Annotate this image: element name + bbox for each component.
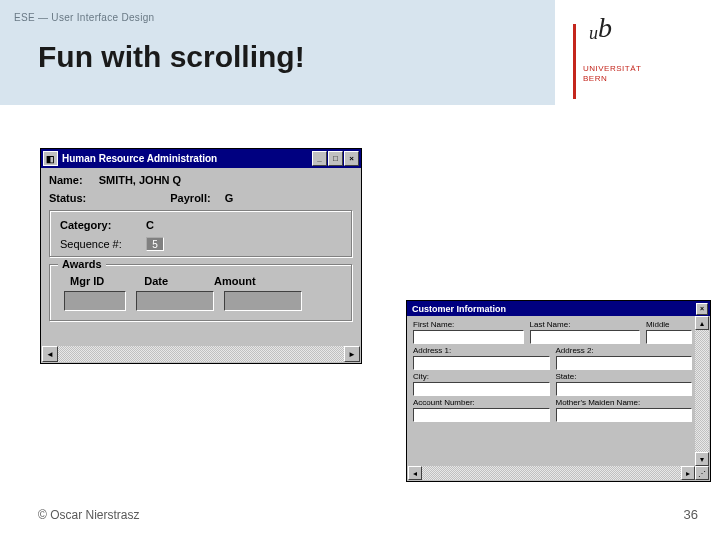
col-amount: Amount <box>214 275 256 287</box>
category-label: Category: <box>60 219 146 231</box>
middle-label: Middle <box>646 320 692 329</box>
scroll-track-h[interactable] <box>422 466 681 480</box>
account-label: Account Number: <box>413 398 550 407</box>
middle-input[interactable] <box>646 330 692 344</box>
customer-info-window: Customer Information × First Name: Last … <box>406 300 711 482</box>
sequence-field[interactable]: 5 <box>146 237 164 251</box>
logo-mark: ub <box>589 12 612 44</box>
size-grip-icon[interactable]: ⋰ <box>695 466 709 480</box>
address1-input[interactable] <box>413 356 550 370</box>
titlebar[interactable]: ◧ Human Resource Administration _ □ × <box>41 149 361 168</box>
university-logo: ub UNIVERSITÄT BERN <box>555 0 720 105</box>
scroll-up-icon[interactable]: ▴ <box>695 316 709 330</box>
state-input[interactable] <box>556 382 693 396</box>
payroll-label: Payroll: <box>170 192 210 204</box>
address2-label: Address 2: <box>556 346 693 355</box>
logo-text: UNIVERSITÄT BERN <box>583 64 641 85</box>
scroll-track[interactable] <box>58 346 344 362</box>
awards-group: Awards Mgr ID Date Amount <box>49 264 353 322</box>
scroll-left-icon[interactable]: ◂ <box>408 466 422 480</box>
category-value: C <box>146 219 154 231</box>
scroll-down-icon[interactable]: ▾ <box>695 452 709 466</box>
awards-legend: Awards <box>58 258 106 270</box>
close-button[interactable]: × <box>696 303 708 315</box>
course-label: ESE — User Interface Design <box>14 12 154 23</box>
mgr-input[interactable] <box>64 291 126 311</box>
name-label: Name: <box>49 174 83 186</box>
first-name-input[interactable] <box>413 330 524 344</box>
scroll-right-icon[interactable]: ► <box>344 346 360 362</box>
scroll-track-v[interactable] <box>695 330 709 452</box>
hr-admin-window: ◧ Human Resource Administration _ □ × Na… <box>40 148 362 364</box>
col-mgr: Mgr ID <box>70 275 104 287</box>
form-body: First Name: Last Name: Middle Address 1:… <box>407 316 710 428</box>
last-name-label: Last Name: <box>530 320 641 329</box>
window-title: Human Resource Administration <box>62 153 311 164</box>
payroll-value: G <box>225 192 234 204</box>
city-label: City: <box>413 372 550 381</box>
maiden-input[interactable] <box>556 408 693 422</box>
logo-divider <box>573 24 576 99</box>
address1-label: Address 1: <box>413 346 550 355</box>
account-input[interactable] <box>413 408 550 422</box>
date-input[interactable] <box>136 291 214 311</box>
last-name-input[interactable] <box>530 330 641 344</box>
maximize-button[interactable]: □ <box>328 151 343 166</box>
name-value: SMITH, JOHN Q <box>99 174 182 186</box>
amount-input[interactable] <box>224 291 302 311</box>
window-title: Customer Information <box>409 304 695 314</box>
window-body: Name: SMITH, JOHN Q Status: Payroll: G C… <box>41 168 361 334</box>
col-date: Date <box>144 275 168 287</box>
scroll-right-icon[interactable]: ▸ <box>681 466 695 480</box>
category-group: Category: C Sequence #: 5 <box>49 210 353 258</box>
maiden-label: Mother's Maiden Name: <box>556 398 693 407</box>
footer-copyright: © Oscar Nierstrasz <box>38 508 140 522</box>
footer-page-number: 36 <box>684 507 698 522</box>
slide-title: Fun with scrolling! <box>38 40 305 74</box>
system-menu-icon[interactable]: ◧ <box>43 151 58 166</box>
horizontal-scrollbar[interactable]: ◂ ▸ ⋰ <box>408 466 709 480</box>
titlebar[interactable]: Customer Information × <box>407 301 710 316</box>
state-label: State: <box>556 372 693 381</box>
scroll-left-icon[interactable]: ◄ <box>42 346 58 362</box>
close-button[interactable]: × <box>344 151 359 166</box>
horizontal-scrollbar[interactable]: ◄ ► <box>42 346 360 362</box>
sequence-label: Sequence #: <box>60 238 146 250</box>
status-label: Status: <box>49 192 86 204</box>
city-input[interactable] <box>413 382 550 396</box>
minimize-button[interactable]: _ <box>312 151 327 166</box>
first-name-label: First Name: <box>413 320 524 329</box>
address2-input[interactable] <box>556 356 693 370</box>
vertical-scrollbar[interactable]: ▴ ▾ <box>695 316 709 466</box>
